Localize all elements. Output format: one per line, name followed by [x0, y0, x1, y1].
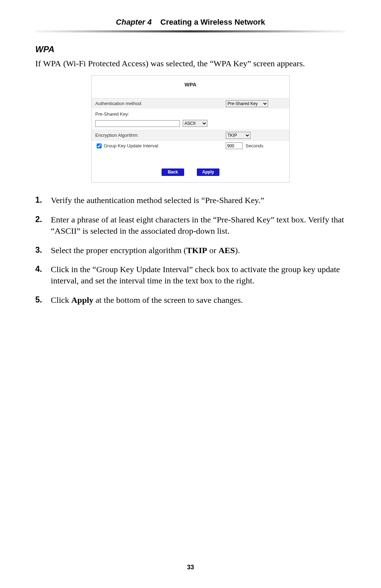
group-key-checkbox[interactable] — [97, 143, 102, 148]
header-rule — [35, 30, 346, 32]
group-key-unit: Seconds — [246, 143, 264, 148]
chapter-title: Creating a Wireless Network — [161, 18, 265, 26]
step-3-text-b: ). — [235, 246, 240, 255]
psk-label-row: Pre-Shared Key: — [92, 109, 289, 119]
section-title: WPA — [35, 44, 346, 54]
step-3-or: or — [207, 246, 218, 255]
psk-label: Pre-Shared Key: — [95, 111, 226, 117]
step-4: 4. Click in the “Group Key Update Interv… — [49, 264, 346, 287]
step-4-number: 4. — [35, 264, 42, 275]
step-5-number: 5. — [35, 294, 42, 305]
running-head: Chapter 4 Creating a Wireless Network — [35, 18, 346, 27]
apply-button[interactable]: Apply — [197, 169, 219, 176]
wpa-panel-wrap: WPA Authentication method: Pre-Shared Ke… — [35, 75, 346, 183]
encryption-label: Encryption Algorithm: — [95, 133, 226, 138]
step-3-number: 3. — [35, 245, 42, 256]
intro-paragraph: If WPA (Wi-Fi Protected Access) was sele… — [35, 58, 346, 69]
step-3-text-a: Select the proper encryption algorithm ( — [51, 246, 187, 255]
group-key-label: Group Key Update Interval: — [104, 143, 159, 148]
wpa-panel: WPA Authentication method: Pre-Shared Ke… — [91, 75, 290, 183]
psk-input[interactable] — [95, 120, 180, 127]
chapter-label: Chapter 4 — [116, 18, 152, 26]
step-1-text: Verify the authentication method selecte… — [51, 196, 264, 205]
back-button[interactable]: Back — [162, 169, 184, 176]
intro-text-post: (Wi-Fi Protected Access) was selected, t… — [61, 59, 305, 68]
step-1-number: 1. — [35, 195, 42, 206]
step-5-text-b: at the bottom of the screen to save chan… — [93, 295, 243, 305]
step-3-aes: AES — [218, 246, 235, 255]
step-3: 3. Select the proper encryption algorith… — [49, 245, 346, 256]
step-5-text-a: Click — [51, 295, 71, 305]
psk-format-select[interactable]: ASCII — [183, 120, 207, 127]
step-2-number: 2. — [35, 214, 42, 225]
group-key-interval-input[interactable] — [226, 142, 243, 149]
step-1: 1. Verify the authentication method sele… — [49, 195, 346, 206]
page-number: 33 — [0, 564, 381, 571]
step-5: 5. Click Apply at the bottom of the scre… — [49, 294, 346, 306]
group-key-row: Group Key Update Interval: Seconds — [92, 140, 289, 151]
psk-input-row: ASCII — [92, 119, 289, 130]
auth-method-row: Authentication method: Pre-Shared Key — [92, 98, 289, 109]
wpa-panel-title: WPA — [92, 76, 289, 98]
step-2-text-b: ” is selected in the associated drop-dow… — [77, 226, 229, 235]
step-2-ascii: ASCII — [55, 226, 77, 235]
intro-acronym: WPA — [43, 59, 61, 68]
step-3-tkip: TKIP — [187, 246, 207, 255]
step-4-text: Click in the “Group Key Update Interval”… — [51, 265, 340, 285]
panel-buttons: Back Apply — [92, 151, 289, 182]
intro-text-pre: If — [35, 59, 43, 68]
page: Chapter 4 Creating a Wireless Network WP… — [0, 0, 381, 588]
auth-method-label: Authentication method: — [95, 101, 226, 106]
auth-method-select[interactable]: Pre-Shared Key — [226, 100, 268, 107]
encryption-select[interactable]: TKIP — [226, 132, 250, 139]
steps-list: 1. Verify the authentication method sele… — [35, 195, 346, 306]
encryption-row: Encryption Algorithm: TKIP — [92, 130, 289, 140]
step-2: 2. Enter a phrase of at least eight char… — [49, 214, 346, 237]
step-5-apply: Apply — [71, 295, 93, 305]
